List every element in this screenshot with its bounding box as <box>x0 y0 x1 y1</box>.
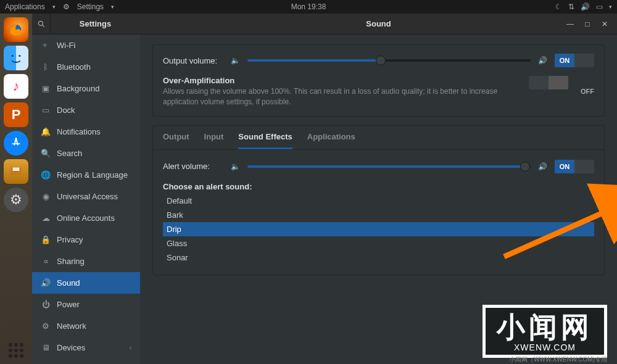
alert-sound-glass[interactable]: Glass <box>163 236 594 250</box>
search-icon <box>37 20 46 28</box>
alert-sound-list: DefaultBarkDripGlassSonar <box>163 194 594 265</box>
over-amp-toggle[interactable] <box>529 76 568 89</box>
svg-rect-4 <box>13 168 20 171</box>
alert-volume-toggle[interactable]: ON <box>555 160 594 173</box>
sidebar-item-sound[interactable]: 🔊Sound <box>32 272 140 294</box>
night-icon[interactable]: ☾ <box>555 2 562 11</box>
tab-applications[interactable]: Applications <box>307 132 355 149</box>
sidebar-item-background[interactable]: ▣Background <box>32 78 140 99</box>
alert-sound-default[interactable]: Default <box>163 194 594 208</box>
watermark-cn: 小闻网 <box>497 313 593 341</box>
topbar-chevron-icon: ▾ <box>52 4 56 10</box>
sidebar-item-devices[interactable]: 🖥Devices› <box>32 337 140 358</box>
dock-item-music[interactable]: ♪ <box>4 74 28 99</box>
window-minimize-button[interactable]: — <box>561 17 579 31</box>
slider-thumb[interactable] <box>520 162 530 172</box>
network-icon: ⚙ <box>41 321 51 331</box>
sidebar-item-label: Sharing <box>57 257 85 266</box>
battery-indicator-icon[interactable]: ▭ <box>596 2 603 11</box>
sidebar-item-search[interactable]: 🔍Search <box>32 143 140 164</box>
dock-item-firefox[interactable] <box>4 17 28 42</box>
over-amp-title: Over-Amplification <box>163 76 520 85</box>
toggle-off-label <box>549 76 568 89</box>
sidebar-item-online[interactable]: ☁Online Accounts <box>32 207 140 229</box>
svg-point-2 <box>19 55 20 57</box>
toggle-on-label: ON <box>555 160 574 173</box>
toggle-on-label: ON <box>555 54 574 67</box>
svg-point-5 <box>38 21 43 25</box>
alert-sound-bark[interactable]: Bark <box>163 208 594 222</box>
svg-point-1 <box>12 55 14 57</box>
power-menu-chevron-icon[interactable]: ▾ <box>609 4 612 10</box>
sidebar-item-label: Notifications <box>57 127 101 136</box>
alert-sound-drip[interactable]: Drip <box>163 222 594 236</box>
sidebar-item-label: Network <box>57 321 86 331</box>
devices-icon: 🖥 <box>41 343 51 352</box>
topbar-chevron-icon: ▾ <box>111 4 114 10</box>
speaker-low-icon: 🔈 <box>231 56 240 65</box>
sidebar-item-privacy[interactable]: 🔒Privacy <box>32 229 140 250</box>
toggle-off-label <box>574 160 594 173</box>
over-amp-desc: Allows raising the volume above 100%. Th… <box>163 86 520 107</box>
tab-input[interactable]: Input <box>204 132 224 149</box>
dock-item-appstore[interactable] <box>4 131 28 155</box>
svg-line-6 <box>42 25 44 27</box>
sidebar-item-dock[interactable]: ▭Dock <box>32 99 140 121</box>
sidebar-item-power[interactable]: ⏻Power <box>32 294 140 315</box>
sidebar-title: Settings <box>51 19 140 28</box>
sidebar-item-label: Bluetooth <box>57 62 91 72</box>
universal-icon: ◉ <box>41 192 51 201</box>
speaker-high-icon: 🔊 <box>538 56 547 65</box>
dock-item-settings[interactable]: ⚙ <box>4 188 28 212</box>
sidebar-item-network[interactable]: ⚙Network <box>32 315 140 337</box>
dock-apps-grid[interactable] <box>9 343 23 358</box>
sidebar-item-label: Power <box>57 300 80 309</box>
sidebar-item-label: Dock <box>57 105 75 115</box>
window-maximize-button[interactable]: □ <box>579 17 596 31</box>
watermark-footer: 小闻网（WWW.XWENW.COM)专用 <box>509 355 607 364</box>
dock-item-presentation[interactable]: P <box>4 102 28 127</box>
sidebar-item-label: Wi-Fi <box>57 41 75 50</box>
volume-indicator-icon[interactable]: 🔊 <box>581 2 590 11</box>
applications-menu[interactable]: Applications <box>5 2 45 11</box>
network-indicator-icon[interactable]: ⇅ <box>568 2 574 11</box>
sidebar-item-label: Background <box>57 84 99 93</box>
window-close-button[interactable]: ✕ <box>596 17 613 31</box>
window-titlebar: Settings Sound — □ ✕ <box>32 14 617 35</box>
sidebar-item-label: Search <box>57 149 82 158</box>
dock-item-disk[interactable] <box>4 159 28 184</box>
settings-window: Settings Sound — □ ✕ ᯤWi-FiᛒBluetooth▣Ba… <box>32 14 617 364</box>
toggle-on-label <box>529 76 549 89</box>
alert-volume-slider[interactable] <box>247 165 531 168</box>
sidebar-item-sharing[interactable]: ∝Sharing <box>32 250 140 272</box>
notifications-icon: 🔔 <box>41 127 51 136</box>
privacy-icon: 🔒 <box>41 235 51 244</box>
sidebar-item-label: Universal Access <box>57 192 118 201</box>
dock-item-finder[interactable] <box>4 46 28 70</box>
output-volume-toggle[interactable]: ON <box>555 54 594 67</box>
over-amp-off-text: OFF <box>581 88 594 95</box>
online-icon: ☁ <box>41 213 51 223</box>
sidebar-item-wifi[interactable]: ᯤWi-Fi <box>32 35 140 56</box>
search-icon: 🔍 <box>41 149 51 158</box>
sound-icon: 🔊 <box>41 278 51 287</box>
sidebar-item-region[interactable]: 🌐Region & Language <box>32 164 140 186</box>
sidebar-item-notifications[interactable]: 🔔Notifications <box>32 121 140 143</box>
sidebar-item-bluetooth[interactable]: ᛒBluetooth <box>32 56 140 78</box>
speaker-low-icon: 🔈 <box>231 162 240 171</box>
output-volume-slider[interactable] <box>247 59 531 62</box>
alert-sound-sonar[interactable]: Sonar <box>163 250 594 265</box>
appmenu-label[interactable]: Settings <box>77 2 104 11</box>
sound-tabs: OutputInputSound EffectsApplications <box>153 126 604 150</box>
search-button[interactable] <box>32 14 51 35</box>
choose-alert-label: Choose an alert sound: <box>163 182 594 191</box>
sidebar-item-universal[interactable]: ◉Universal Access <box>32 186 140 207</box>
tab-sound-effects[interactable]: Sound Effects <box>238 132 292 149</box>
sound-tabs-panel: OutputInputSound EffectsApplications Ale… <box>152 125 605 275</box>
sidebar-item-label: Privacy <box>57 235 83 244</box>
chevron-right-icon: › <box>130 344 131 351</box>
output-volume-label: Output volume: <box>163 56 223 65</box>
clock[interactable]: Mon 19:38 <box>291 2 326 11</box>
tab-output[interactable]: Output <box>163 132 189 149</box>
slider-thumb[interactable] <box>376 56 386 65</box>
